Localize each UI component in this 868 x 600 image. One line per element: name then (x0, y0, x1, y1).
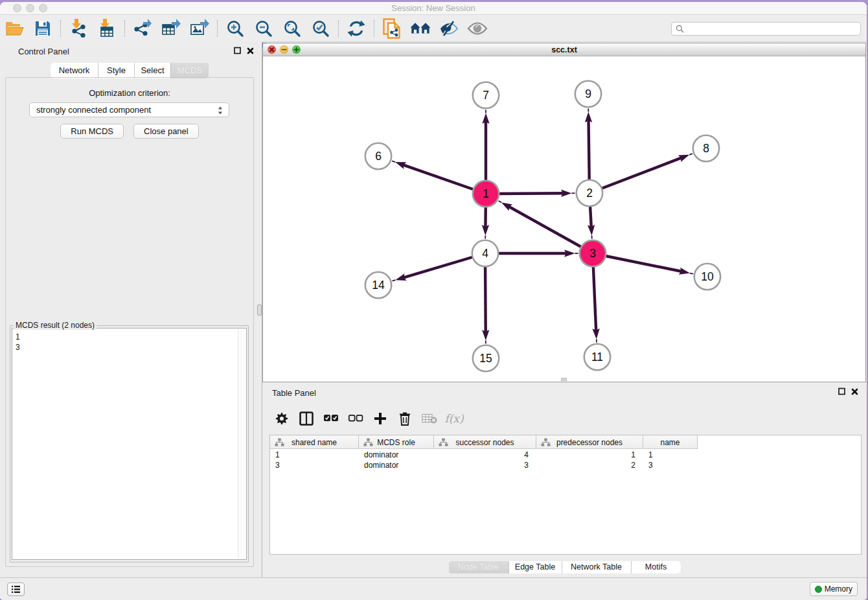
cell-predecessor-nodes: 2 (536, 460, 643, 470)
shared-column-icon (363, 438, 373, 446)
deselect-all-icon (348, 414, 363, 423)
gear-icon (275, 412, 288, 425)
hide-eye-button[interactable] (435, 16, 463, 41)
task-history-button[interactable] (7, 583, 25, 596)
column-header-predecessor-nodes[interactable]: predecessor nodes (536, 435, 643, 449)
export-image-button[interactable] (185, 16, 214, 41)
trash-button[interactable] (393, 408, 417, 430)
float-window-icon[interactable] (838, 387, 845, 395)
optimization-criterion-dropdown[interactable]: strongly connected component (29, 102, 229, 117)
zoom-out-button[interactable] (249, 16, 278, 41)
clone-network-button[interactable] (378, 16, 406, 41)
home-button[interactable] (406, 16, 435, 41)
zoom-fit-button[interactable] (278, 16, 306, 41)
tab-node-table[interactable]: Node Table (449, 561, 508, 573)
column-header-MCDS-role[interactable]: MCDS role (359, 435, 434, 449)
combo-arrows-icon (218, 106, 223, 115)
gear-button[interactable] (269, 408, 294, 430)
node-label-14: 14 (372, 279, 385, 292)
control-panel-tabs: NetworkStyleSelectMCDS (51, 63, 209, 78)
toolbar-separator (60, 20, 61, 37)
add-button[interactable] (368, 408, 393, 430)
column-header-name[interactable]: name (643, 435, 698, 449)
close-icon[interactable] (247, 47, 254, 54)
network-graph: 7968124314101511 (263, 57, 865, 382)
cell-MCDS-role: dominator (359, 460, 434, 470)
show-eye-button[interactable] (463, 16, 492, 41)
columns-button[interactable] (294, 408, 319, 430)
memory-button[interactable]: Memory (810, 582, 858, 596)
save-button[interactable] (29, 16, 57, 41)
cell-MCDS-role: dominator (359, 450, 434, 460)
shared-column-icon (439, 438, 448, 446)
export-network-button[interactable] (128, 16, 157, 41)
result-scrollbar[interactable] (238, 329, 246, 559)
hide-eye-icon (439, 20, 459, 37)
table-row[interactable]: 1dominator411 (270, 450, 861, 460)
tab-motifs[interactable]: Motifs (631, 561, 681, 573)
tab-mcds[interactable]: MCDS (170, 63, 209, 78)
trash-icon (398, 411, 411, 426)
zoom-selected-icon (312, 19, 330, 38)
toolbar-separator (124, 20, 125, 37)
network-window-title: scc.txt (263, 43, 865, 56)
shared-column-icon (439, 438, 448, 446)
cell-predecessor-nodes: 1 (536, 450, 643, 460)
list-icon (11, 585, 21, 594)
import-network-button[interactable] (64, 16, 93, 41)
node-label-10: 10 (701, 270, 714, 283)
float-window-icon[interactable] (234, 47, 241, 54)
node-label-1: 1 (483, 187, 489, 200)
node-table: shared nameMCDS rolesuccessor nodesprede… (269, 435, 862, 555)
toolbar-separator (217, 20, 218, 37)
optimization-criterion-label: Optimization criterion: (6, 88, 253, 98)
tab-edge-table[interactable]: Edge Table (508, 561, 562, 573)
edge-3-1[interactable] (507, 205, 593, 253)
mcds-result-list[interactable]: 13 (12, 328, 247, 560)
column-header-successor-nodes[interactable]: successor nodes (434, 435, 536, 449)
column-header-label: name (660, 438, 680, 447)
close-icon (851, 388, 858, 395)
close-icon[interactable] (851, 388, 858, 395)
show-eye-icon (467, 21, 488, 36)
open-folder-button[interactable] (0, 16, 29, 41)
refresh-button[interactable] (342, 16, 371, 41)
resize-grip[interactable] (561, 378, 567, 381)
refresh-icon (347, 19, 365, 38)
zoom-out-icon (255, 19, 273, 38)
import-table-button[interactable] (93, 16, 121, 41)
float-window-icon (234, 47, 241, 54)
edge-2-8[interactable] (589, 157, 683, 193)
tab-network-table[interactable]: Network Table (562, 561, 631, 573)
search-box[interactable] (671, 22, 861, 36)
select-all-icon (323, 414, 339, 423)
import-network-icon (69, 19, 87, 38)
split-divider-knob[interactable] (257, 305, 262, 316)
export-table-button[interactable] (157, 16, 185, 41)
network-canvas[interactable]: 7968124314101511 (263, 57, 865, 382)
run-mcds-button[interactable]: Run MCDS (60, 124, 124, 139)
control-panel-title: Control Panel (18, 41, 69, 62)
tab-style[interactable]: Style (98, 63, 134, 78)
column-header-shared-name[interactable]: shared name (270, 435, 359, 449)
table-row[interactable]: 3dominator323 (270, 460, 861, 470)
arrowhead (482, 330, 489, 341)
result-item: 1 (12, 332, 246, 342)
table-toolbar: f(x) (263, 406, 466, 431)
delete-table-button[interactable] (417, 408, 442, 430)
deselect-all-button[interactable] (343, 408, 368, 430)
select-all-button[interactable] (319, 408, 343, 430)
control-panel: Control Panel NetworkStyleSelectMCDS Opt… (0, 41, 262, 577)
arrowhead (482, 225, 489, 236)
column-header-label: shared name (291, 438, 337, 447)
application-window: Session: New Session Control Panel Netwo… (0, 2, 867, 600)
close-panel-button[interactable]: Close panel (133, 124, 199, 139)
status-bar: Memory (0, 577, 867, 600)
tab-select[interactable]: Select (134, 63, 170, 78)
tab-network[interactable]: Network (51, 63, 98, 78)
zoom-selected-button[interactable] (306, 16, 335, 41)
fx-button[interactable]: f(x) (442, 408, 466, 430)
dropdown-value: strongly connected component (36, 105, 151, 115)
zoom-in-button[interactable] (221, 16, 249, 41)
toolbar-separator (338, 20, 339, 37)
